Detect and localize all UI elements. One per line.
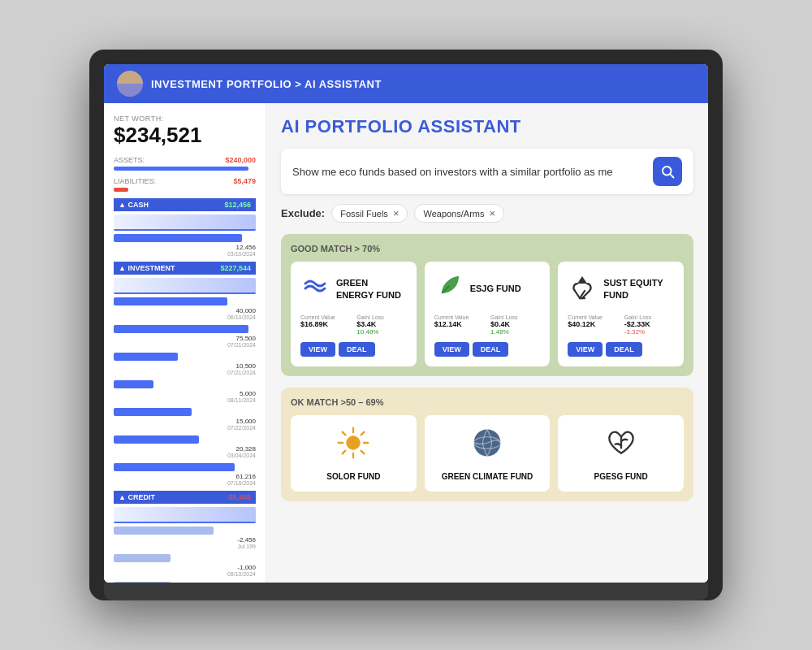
svg-line-1 — [670, 174, 673, 177]
esjg-deal-button[interactable]: DEAL — [473, 342, 509, 357]
green-energy-fund-icon-area: GREEN ENERGY FUND — [300, 271, 407, 306]
good-match-funds-grid: GREEN ENERGY FUND Current Value $16.89K … — [291, 262, 684, 366]
globe-icon — [469, 425, 505, 466]
inv-amount-2: 75,500 — [227, 335, 256, 342]
sust-gl-value: -$2.33K — [624, 320, 674, 328]
credit-date-2: 08/10/2024 — [227, 571, 256, 577]
pgesg-fund-card: PGESG FUND — [558, 415, 684, 492]
cash-chart — [114, 214, 256, 231]
inv-amount-5: 15,000 — [227, 418, 256, 425]
liabilities-row: LIABILITIES: $5,479 — [114, 177, 256, 185]
investment-value: $227,544 — [220, 264, 251, 272]
liabilities-value: $5,479 — [233, 177, 256, 185]
inv-transaction-1: 40,000 06/10/2024 — [114, 297, 256, 320]
esjg-gl-value: $0.4K — [490, 320, 540, 328]
search-bar[interactable]: Show me eco funds based on investors wit… — [281, 149, 693, 194]
weapons-arms-close-icon[interactable]: × — [489, 208, 495, 219]
green-energy-fund-card: GREEN ENERGY FUND Current Value $16.89K … — [291, 262, 417, 366]
main-content: NET WORTH: $234,521 ASSETS: $240,000 LIA… — [104, 103, 708, 583]
esjg-fund-card: ESJG FUND Current Value $12.14K Gain/ Lo… — [425, 262, 551, 366]
solar-fund-card: SOLOR FUND — [291, 415, 417, 492]
inv-bar-1 — [114, 297, 227, 306]
inv-transaction-5: 15,000 07/22/2024 — [114, 408, 256, 431]
inv-bar-6 — [114, 436, 199, 444]
sust-gl-pct: -3.32% — [624, 328, 674, 336]
sust-cv-value: $40.12K — [568, 320, 617, 328]
sust-buttons: VIEW DEAL — [568, 342, 674, 357]
sust-fund-name: SUST EQUITY FUND — [603, 277, 674, 301]
green-energy-gl-pct: 10.48% — [356, 328, 406, 336]
credit-date-1: Jul 199 — [237, 544, 256, 549]
cash-section-header: ▲ CASH $12,456 — [114, 198, 256, 211]
esjg-gain-group: Gain/ Loss $0.4K 1.48% — [490, 314, 540, 336]
esjg-view-button[interactable]: VIEW — [434, 342, 469, 357]
liabilities-label: LIABILITIES: — [114, 177, 156, 185]
recycle-icon — [568, 271, 597, 306]
esjg-cv-label: Current Value — [434, 314, 484, 320]
inv-date-5: 07/22/2024 — [227, 425, 256, 431]
esjg-metrics: Current Value $12.14K Gain/ Loss $0.4K 1… — [434, 314, 541, 336]
assets-label: ASSETS: — [114, 156, 145, 164]
sust-deal-button[interactable]: DEAL — [606, 342, 642, 357]
cash-label: ▲ CASH — [119, 201, 149, 209]
credit-bar-1 — [114, 526, 214, 535]
credit-section-header: ▲ CREDIT -$5,456 — [114, 491, 256, 504]
inv-date-6: 03/04/2024 — [227, 453, 256, 458]
credit-bar-2 — [114, 554, 171, 562]
credit-transaction-1: -2,456 Jul 199 — [114, 526, 256, 549]
assets-value: $240,000 — [225, 156, 256, 164]
laptop-screen: INVESTMENT PORTFOLIO > AI ASSISTANT NET … — [104, 64, 708, 583]
svg-line-10 — [361, 432, 365, 436]
net-worth-value: $234,521 — [114, 123, 256, 148]
credit-amount-1: -2,456 — [237, 536, 256, 544]
search-button[interactable] — [653, 157, 682, 186]
inv-date-2: 07/21/2024 — [227, 342, 256, 348]
inv-amount-6: 20,328 — [227, 445, 256, 453]
credit-amount-2: -1,000 — [227, 564, 256, 571]
cash-bar — [114, 234, 242, 242]
svg-line-11 — [343, 451, 346, 454]
exclude-row: Exclude: Fossil Fuels × Weapons/Arms × — [281, 204, 693, 223]
sust-view-button[interactable]: VIEW — [568, 342, 603, 357]
inv-amount-1: 40,000 — [227, 307, 256, 314]
green-energy-current-value-group: Current Value $16.89K — [300, 314, 350, 336]
heart-leaf-icon — [603, 425, 639, 466]
esjg-current-value-group: Current Value $12.14K — [434, 314, 484, 336]
inv-transaction-6: 20,328 03/04/2024 — [114, 436, 256, 458]
inv-bar-2 — [114, 325, 248, 333]
inv-bar-5 — [114, 408, 192, 416]
solar-icon — [335, 425, 371, 466]
top-navigation: INVESTMENT PORTFOLIO > AI ASSISTANT — [104, 64, 708, 103]
sust-metrics: Current Value $40.12K Gain/ Loss -$2.33K… — [568, 314, 674, 336]
search-icon — [660, 164, 675, 179]
esjg-gl-label: Gain/ Loss — [490, 314, 540, 320]
sust-gl-label: Gain/ Loss — [624, 314, 674, 320]
fossil-fuels-chip[interactable]: Fossil Fuels × — [331, 204, 408, 223]
weapons-arms-chip[interactable]: Weapons/Arms × — [414, 204, 504, 223]
investment-label: ▲ INVESTMENT — [119, 264, 175, 272]
fossil-fuels-close-icon[interactable]: × — [393, 208, 400, 219]
esjg-cv-value: $12.14K — [434, 320, 484, 328]
cash-value: $12,456 — [224, 201, 251, 209]
investment-chart — [114, 278, 256, 294]
svg-line-8 — [343, 432, 346, 436]
green-energy-deal-button[interactable]: DEAL — [339, 342, 375, 357]
search-text: Show me eco funds based on investors wit… — [292, 166, 653, 178]
credit-transaction-2: -1,000 08/10/2024 — [114, 554, 256, 577]
sust-fund-icon-area: SUST EQUITY FUND — [568, 271, 674, 306]
green-energy-gl-value: $3.4K — [356, 320, 406, 328]
credit-label: ▲ CREDIT — [119, 493, 155, 501]
ok-match-section: OK MATCH >50 – 69% — [281, 388, 693, 501]
ok-match-label: OK MATCH >50 – 69% — [291, 397, 684, 407]
green-energy-gain-group: Gain/ Loss $3.4K 10.48% — [356, 314, 406, 336]
credit-bar-3 — [114, 582, 171, 583]
inv-date-7: 07/18/2024 — [227, 480, 256, 486]
laptop-frame: INVESTMENT PORTFOLIO > AI ASSISTANT NET … — [89, 50, 723, 600]
green-energy-view-button[interactable]: VIEW — [300, 342, 335, 357]
weapons-arms-label: Weapons/Arms — [423, 209, 484, 219]
green-energy-metrics: Current Value $16.89K Gain/ Loss $3.4K 1… — [300, 314, 407, 336]
inv-transaction-3: 10,500 07/21/2024 — [114, 353, 256, 375]
svg-line-9 — [361, 451, 365, 454]
svg-point-3 — [347, 436, 361, 450]
esjg-buttons: VIEW DEAL — [434, 342, 541, 357]
